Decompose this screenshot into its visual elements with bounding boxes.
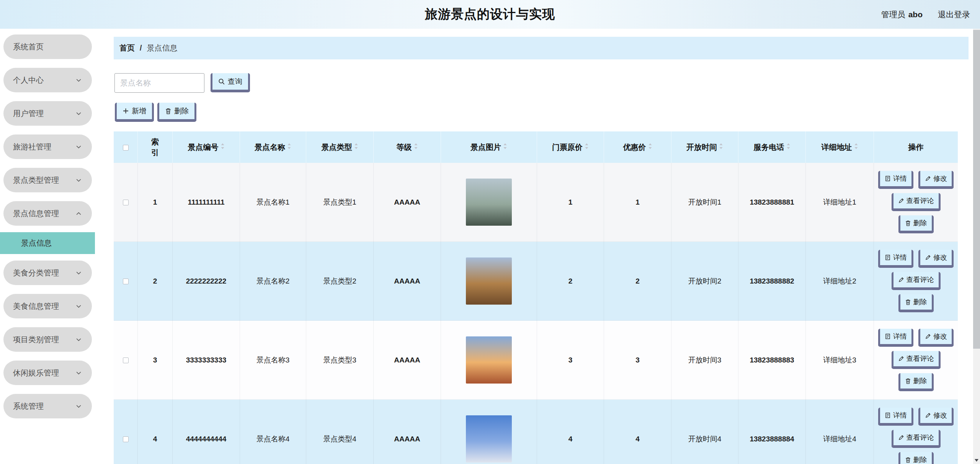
sort-caret-icon[interactable] (220, 143, 225, 152)
sidebar-item-food-info[interactable]: 美食信息管理 (3, 294, 92, 318)
cell-address: 详细地址2 (806, 242, 874, 321)
col-grade[interactable]: 等级 (374, 131, 441, 163)
col-name[interactable]: 景点名称 (240, 131, 306, 163)
toolbar: 新增 删除 (115, 103, 196, 122)
cell-checkbox (114, 400, 138, 464)
sidebar-item-label: 旅游社管理 (13, 142, 51, 152)
view-comments-button[interactable]: 查看评论 (892, 351, 941, 369)
delete-button[interactable]: 删除 (157, 103, 196, 122)
logout-button[interactable]: 退出登录 (938, 9, 970, 20)
view-comments-button[interactable]: 查看评论 (892, 193, 941, 211)
attraction-photo (466, 257, 512, 305)
sidebar-item-attraction-type[interactable]: 景点类型管理 (3, 168, 92, 192)
column-label: 门票原价 (552, 143, 583, 151)
col-photo[interactable]: 景点图片 (441, 131, 537, 163)
column-label: 优惠价 (623, 143, 646, 151)
search-button[interactable]: 查询 (211, 73, 250, 92)
col-open_time[interactable]: 开放时间 (671, 131, 738, 163)
table-header-row: 索引景点编号景点名称景点类型等级景点图片门票原价优惠价开放时间服务电话详细地址操… (114, 131, 958, 163)
col-phone[interactable]: 服务电话 (738, 131, 806, 163)
chevron-up-icon (75, 210, 82, 217)
sort-caret-icon[interactable] (854, 143, 858, 152)
delete-row-button[interactable]: 删除 (898, 294, 934, 312)
row-actions: 详情修改查看评论删除 (874, 321, 958, 399)
plus-icon (122, 108, 129, 114)
row-checkbox[interactable] (123, 436, 129, 442)
edit-button[interactable]: 修改 (918, 171, 954, 189)
chevron-down-icon (75, 336, 82, 343)
sort-caret-icon[interactable] (648, 143, 652, 152)
vertical-scrollbar[interactable] (973, 29, 980, 464)
scrollbar-thumb[interactable] (973, 30, 980, 349)
cell-price: 4 (537, 400, 604, 464)
edit-button[interactable]: 修改 (918, 329, 954, 347)
sidebar-item-project-category[interactable]: 项目类别管理 (3, 327, 92, 352)
trash-icon (165, 108, 172, 115)
view-comments-button[interactable]: 查看评论 (892, 430, 941, 448)
cell-value: 13823888883 (750, 356, 794, 364)
cell-photo (441, 242, 537, 321)
cell-index: 1 (138, 163, 173, 242)
attractions-table: 索引景点编号景点名称景点类型等级景点图片门票原价优惠价开放时间服务电话详细地址操… (114, 131, 958, 464)
cell-value: 2 (568, 277, 573, 285)
cell-value: AAAAA (394, 356, 420, 364)
sidebar-item-label: 用户管理 (13, 108, 44, 119)
col-checkbox[interactable] (114, 131, 138, 163)
edit-button[interactable]: 修改 (918, 408, 954, 426)
cell-value: 景点名称4 (256, 435, 290, 443)
detail-button[interactable]: 详情 (878, 408, 913, 426)
detail-button[interactable]: 详情 (878, 250, 913, 268)
sidebar-item-profile[interactable]: 个人中心 (3, 68, 92, 92)
sidebar-item-travel-agency[interactable]: 旅游社管理 (3, 134, 92, 159)
sidebar-item-home[interactable]: 系统首页 (3, 34, 92, 59)
detail-button[interactable]: 详情 (878, 171, 913, 189)
breadcrumb: 首页 / 景点信息 (114, 37, 969, 59)
sort-caret-icon[interactable] (786, 143, 791, 152)
sidebar-item-system[interactable]: 系统管理 (3, 394, 92, 418)
row-checkbox[interactable] (123, 279, 129, 284)
action-label: 删除 (913, 297, 927, 307)
cell-photo (441, 163, 537, 242)
sort-caret-icon[interactable] (719, 143, 723, 152)
col-type[interactable]: 景点类型 (306, 131, 374, 163)
sidebar-item-label: 休闲娱乐管理 (13, 368, 59, 378)
cell-open_time: 开放时间1 (671, 163, 738, 242)
doc-icon (885, 412, 891, 418)
row-checkbox[interactable] (123, 200, 129, 205)
cell-value: AAAAA (394, 198, 420, 206)
select-all-checkbox[interactable] (123, 145, 129, 151)
cell-address: 详细地址1 (806, 163, 874, 242)
col-price[interactable]: 门票原价 (537, 131, 604, 163)
username: abo (908, 10, 923, 19)
cell-discount: 1 (604, 163, 671, 242)
sort-caret-icon[interactable] (354, 143, 358, 152)
view-comments-button[interactable]: 查看评论 (892, 272, 941, 290)
edit-button[interactable]: 修改 (918, 250, 954, 268)
col-code[interactable]: 景点编号 (173, 131, 240, 163)
column-label: 索引 (150, 136, 160, 158)
add-button[interactable]: 新增 (115, 103, 154, 122)
sort-caret-icon[interactable] (287, 143, 291, 152)
cell-value: 详细地址2 (823, 277, 856, 285)
sort-caret-icon[interactable] (414, 143, 418, 152)
delete-row-button[interactable]: 删除 (898, 215, 934, 233)
delete-row-button[interactable]: 删除 (898, 452, 934, 464)
breadcrumb-root[interactable]: 首页 (119, 43, 135, 53)
sidebar-item-leisure[interactable]: 休闲娱乐管理 (3, 361, 92, 385)
sidebar-subitem-attraction-info-list[interactable]: 景点信息 (0, 232, 95, 254)
col-address[interactable]: 详细地址 (806, 131, 874, 163)
sidebar-item-attraction-info[interactable]: 景点信息管理 (3, 201, 92, 226)
delete-row-button[interactable]: 删除 (898, 373, 934, 391)
scrollbar-down-icon[interactable] (975, 459, 978, 462)
sort-caret-icon[interactable] (503, 143, 507, 152)
cell-value: 开放时间2 (688, 277, 722, 285)
sidebar-item-users[interactable]: 用户管理 (3, 101, 92, 126)
cell-address: 详细地址3 (806, 321, 874, 400)
cell-phone: 13823888882 (738, 242, 806, 321)
row-checkbox[interactable] (123, 357, 129, 363)
search-input[interactable] (114, 73, 204, 93)
detail-button[interactable]: 详情 (878, 329, 913, 347)
sort-caret-icon[interactable] (585, 143, 589, 152)
col-discount[interactable]: 优惠价 (604, 131, 671, 163)
sidebar-item-food-category[interactable]: 美食分类管理 (3, 261, 92, 285)
